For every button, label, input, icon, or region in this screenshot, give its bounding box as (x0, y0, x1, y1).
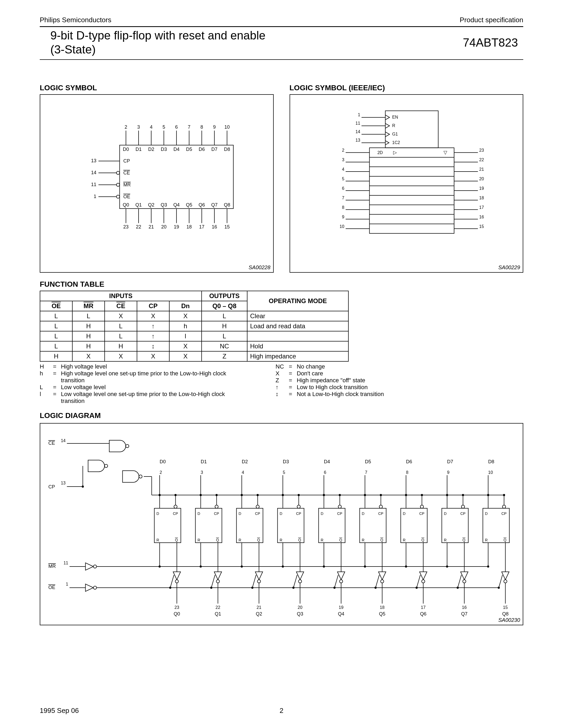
svg-line-184 (211, 575, 215, 588)
heading-ieee-symbol: LOGIC SYMBOL (IEEE/IEC) (290, 84, 524, 92)
svg-text:CP: CP (378, 511, 383, 516)
svg-text:2: 2 (160, 470, 162, 475)
svg-point-134 (126, 444, 129, 448)
svg-point-270 (381, 580, 384, 583)
svg-text:D: D (156, 511, 159, 516)
svg-text:CP: CP (48, 484, 55, 489)
svg-text:16: 16 (479, 214, 484, 219)
svg-text:2: 2 (124, 124, 127, 130)
svg-text:D6: D6 (199, 147, 205, 152)
svg-text:D3: D3 (283, 459, 289, 464)
svg-text:19: 19 (174, 224, 179, 229)
svg-text:R: R (392, 123, 395, 128)
svg-point-63 (117, 183, 120, 186)
svg-text:▽: ▽ (444, 150, 447, 155)
footer-page: 2 (279, 707, 283, 715)
svg-text:D1: D1 (201, 459, 207, 464)
svg-text:D7: D7 (447, 459, 453, 464)
svg-text:Q7: Q7 (461, 611, 467, 617)
svg-text:Q1: Q1 (135, 202, 142, 207)
svg-text:D: D (321, 511, 324, 516)
svg-text:Q: Q (175, 538, 178, 542)
svg-text:5: 5 (162, 124, 165, 130)
svg-text:9: 9 (447, 470, 450, 475)
svg-text:D8: D8 (224, 147, 230, 152)
svg-point-353 (93, 586, 97, 589)
logic-symbol-box: 2D0Q0233D1Q1224D2Q2215D3Q3206D4Q4197D5Q5… (40, 94, 274, 273)
svg-text:Q3: Q3 (297, 611, 303, 617)
svg-text:6: 6 (175, 124, 178, 130)
svg-text:CP: CP (461, 511, 466, 516)
svg-text:Q4: Q4 (173, 202, 180, 207)
logic-diagram-box: CE14CP13D02DCPRQ23Q0D13DCPRQ22Q1D24DCPRQ… (40, 423, 523, 625)
figure-tag: SA00230 (498, 617, 520, 623)
svg-text:18: 18 (186, 224, 192, 229)
svg-text:CP: CP (296, 511, 301, 516)
svg-point-67 (117, 195, 120, 198)
svg-text:D1: D1 (136, 147, 142, 152)
svg-text:Q6: Q6 (199, 202, 205, 207)
svg-marker-247 (338, 572, 345, 580)
svg-text:13: 13 (91, 158, 96, 163)
svg-text:7: 7 (365, 470, 368, 475)
svg-point-151 (174, 505, 177, 508)
svg-text:13: 13 (355, 138, 360, 142)
svg-text:23: 23 (174, 605, 179, 610)
svg-text:4: 4 (150, 124, 153, 130)
svg-text:Q5: Q5 (186, 202, 192, 207)
svg-point-283 (421, 505, 424, 508)
svg-text:17: 17 (479, 205, 484, 209)
svg-text:18: 18 (479, 195, 484, 200)
svg-text:MR: MR (123, 182, 131, 187)
svg-marker-269 (379, 572, 386, 580)
svg-text:21: 21 (479, 167, 484, 172)
svg-text:D8: D8 (488, 459, 494, 464)
svg-text:1: 1 (66, 582, 68, 586)
svg-text:CE: CE (123, 170, 130, 176)
svg-text:D: D (362, 511, 365, 516)
heading-function-table: FUNCTION TABLE (40, 280, 523, 289)
svg-text:Q2: Q2 (256, 611, 262, 617)
svg-text:3: 3 (342, 158, 344, 162)
svg-marker-313 (461, 572, 468, 580)
svg-text:CP: CP (173, 511, 178, 516)
svg-text:15: 15 (224, 224, 230, 229)
svg-point-195 (256, 505, 259, 508)
svg-text:Q4: Q4 (338, 611, 344, 617)
svg-text:CP: CP (255, 511, 260, 516)
svg-point-239 (338, 505, 342, 508)
svg-text:MR: MR (48, 564, 56, 569)
svg-marker-181 (214, 572, 222, 580)
svg-text:20: 20 (161, 224, 166, 229)
svg-text:R: R (156, 538, 159, 542)
svg-text:17: 17 (199, 224, 204, 229)
svg-point-217 (297, 505, 301, 508)
svg-text:Q: Q (298, 538, 301, 542)
svg-marker-346 (86, 563, 93, 570)
svg-text:R: R (444, 538, 447, 542)
svg-point-336 (504, 580, 507, 583)
svg-text:Q: Q (504, 538, 507, 542)
legend: H=High voltage levelh=High voltage level… (40, 363, 523, 405)
svg-point-182 (216, 580, 220, 583)
svg-text:Q: Q (463, 538, 466, 542)
svg-text:R: R (280, 538, 283, 542)
svg-point-226 (299, 580, 302, 583)
svg-text:CP: CP (419, 511, 425, 516)
svg-text:5: 5 (283, 470, 286, 475)
svg-text:D0: D0 (160, 459, 166, 464)
svg-text:9: 9 (342, 214, 344, 219)
footer-date: 1995 Sep 06 (40, 707, 79, 715)
svg-text:4: 4 (242, 470, 244, 475)
svg-text:Q: Q (422, 538, 425, 542)
svg-text:11: 11 (355, 121, 360, 125)
svg-text:3: 3 (137, 124, 140, 130)
svg-point-141 (139, 475, 142, 478)
svg-rect-83 (369, 148, 454, 233)
svg-text:Q2: Q2 (148, 202, 154, 207)
svg-text:20: 20 (479, 177, 484, 181)
svg-text:D5: D5 (365, 459, 371, 464)
svg-marker-225 (297, 572, 304, 580)
svg-text:R: R (321, 538, 324, 542)
svg-line-316 (458, 575, 462, 588)
